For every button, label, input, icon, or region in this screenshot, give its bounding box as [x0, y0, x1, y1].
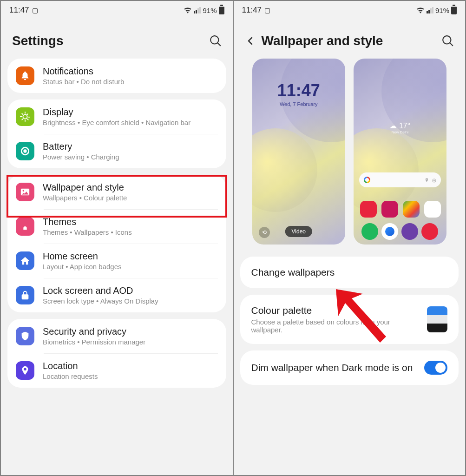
- app-grid: [360, 201, 440, 218]
- page-title: Settings: [12, 33, 63, 48]
- lock-screen-preview[interactable]: 11:47 Wed, 7 February ⟲ Video: [252, 59, 345, 245]
- wallpaper-header: Wallpaper and style: [234, 20, 466, 59]
- home-icon: [16, 251, 34, 270]
- row-subtitle: Status bar • Do not disturb: [43, 78, 124, 86]
- app-icon: [360, 201, 377, 218]
- lock-icon: [16, 286, 34, 304]
- row-title: Lock screen and AOD: [43, 285, 158, 296]
- row-title: Notifications: [43, 66, 124, 77]
- settings-card: Display Brightness • Eye comfort shield …: [7, 99, 226, 168]
- wifi-icon: [184, 7, 192, 13]
- row-title: Themes: [43, 217, 132, 227]
- search-icon[interactable]: [210, 35, 222, 47]
- image-icon: ▢: [32, 7, 38, 14]
- settings-screen: 11:47 ▢ 91% Settings Notifications Statu: [1, 1, 233, 475]
- row-title: Location: [43, 361, 98, 371]
- lens-icon: ◎: [432, 178, 436, 183]
- brush-icon: [16, 217, 34, 236]
- settings-card: Wallpaper and style Wallpapers • Colour …: [7, 175, 226, 312]
- row-subtitle: Power saving • Charging: [43, 153, 119, 161]
- battery-percent: 91%: [203, 7, 217, 14]
- lock-clock: 11:47 Wed, 7 February: [252, 81, 345, 107]
- settings-row-lock[interactable]: Lock screen and AOD Screen lock type • A…: [7, 278, 226, 312]
- dim-wallpaper-row[interactable]: Dim wallpaper when Dark mode is on: [240, 350, 459, 385]
- settings-card: Notifications Status bar • Do not distur…: [7, 59, 226, 93]
- settings-row-location[interactable]: Location Location requests: [7, 353, 226, 388]
- app-icon: [424, 201, 441, 218]
- settings-card: Security and privacy Biometrics • Permis…: [7, 319, 226, 388]
- wifi-icon: [416, 7, 425, 13]
- camera-icon: ⟲: [259, 227, 270, 238]
- row-title: Display: [43, 107, 190, 118]
- bell-icon: [16, 66, 34, 85]
- mic-icon: 🎙: [425, 178, 429, 183]
- home-screen-preview[interactable]: ☁ 17° New Delhi 🎙 ◎: [354, 59, 446, 245]
- row-subtitle: Location requests: [43, 372, 98, 380]
- settings-row-security[interactable]: Security and privacy Biometrics • Permis…: [7, 319, 226, 353]
- image-icon: [16, 183, 34, 201]
- dock: [360, 223, 440, 240]
- wallpaper-style-screen: 11:47 ▢ 91% Wallpaper and style 11:47 W: [234, 1, 466, 475]
- google-icon: [364, 177, 370, 183]
- row-subtitle: Wallpapers • Colour palette: [43, 194, 127, 202]
- row-title: Battery: [43, 141, 119, 152]
- signal-icon: [194, 7, 201, 13]
- colour-palette-row[interactable]: Colour palette Choose a palette based on…: [240, 295, 459, 344]
- swatch-color: [427, 324, 447, 332]
- sun-icon: [16, 107, 34, 126]
- row-subtitle: Screen lock type • Always On Display: [43, 297, 158, 305]
- settings-row-themes[interactable]: Themes Themes • Wallpapers • Icons: [7, 209, 226, 244]
- image-icon: ▢: [264, 7, 270, 14]
- settings-row-battery[interactable]: Battery Power saving • Charging: [7, 134, 226, 168]
- wallpaper-previews: 11:47 Wed, 7 February ⟲ Video ☁ 17° New …: [234, 59, 466, 257]
- shield-icon: [16, 327, 34, 345]
- settings-row-wallpaper[interactable]: Wallpaper and style Wallpapers • Colour …: [7, 175, 226, 209]
- battery-icon: [451, 6, 457, 14]
- status-time: 11:47: [242, 6, 262, 15]
- status-bar: 11:47 ▢ 91%: [234, 1, 466, 20]
- row-subtitle: Biometrics • Permission manager: [43, 338, 145, 346]
- settings-row-display[interactable]: Display Brightness • Eye comfort shield …: [7, 99, 226, 134]
- video-badge: Video: [285, 226, 312, 237]
- row-title: Wallpaper and style: [43, 182, 127, 193]
- status-bar: 11:47 ▢ 91%: [1, 1, 233, 20]
- battery-percent: 91%: [435, 7, 449, 14]
- settings-header: Settings: [1, 20, 233, 59]
- row-subtitle: Themes • Wallpapers • Icons: [43, 228, 132, 236]
- camera-app-icon: [421, 223, 438, 240]
- app-icon: [381, 201, 398, 218]
- browser-icon: [401, 223, 418, 240]
- weather-widget: ☁ 17° New Delhi: [389, 121, 410, 134]
- row-title: Security and privacy: [43, 326, 145, 337]
- badge-icon: [16, 142, 34, 160]
- row-subtitle: Layout • App icon badges: [43, 263, 122, 271]
- change-wallpapers-row[interactable]: Change wallpapers: [240, 257, 459, 288]
- search-bar: 🎙 ◎: [359, 172, 441, 187]
- pin-icon: [16, 361, 34, 380]
- dim-toggle[interactable]: [424, 361, 447, 375]
- phone-icon: [361, 223, 378, 240]
- settings-row-home[interactable]: Home screen Layout • App icon badges: [7, 244, 226, 278]
- page-title: Wallpaper and style: [262, 33, 383, 48]
- swatch-color: [427, 306, 447, 315]
- signal-icon: [427, 7, 433, 13]
- swatch-color: [427, 315, 447, 324]
- settings-row-notifications[interactable]: Notifications Status bar • Do not distur…: [7, 59, 226, 93]
- palette-swatch: [427, 306, 447, 332]
- app-icon: [403, 201, 420, 218]
- battery-icon: [219, 6, 224, 14]
- row-subtitle: Brightness • Eye comfort shield • Naviga…: [43, 119, 190, 126]
- row-title: Home screen: [43, 251, 122, 262]
- status-time: 11:47: [9, 6, 29, 15]
- back-icon[interactable]: [245, 35, 256, 46]
- search-icon[interactable]: [442, 35, 454, 47]
